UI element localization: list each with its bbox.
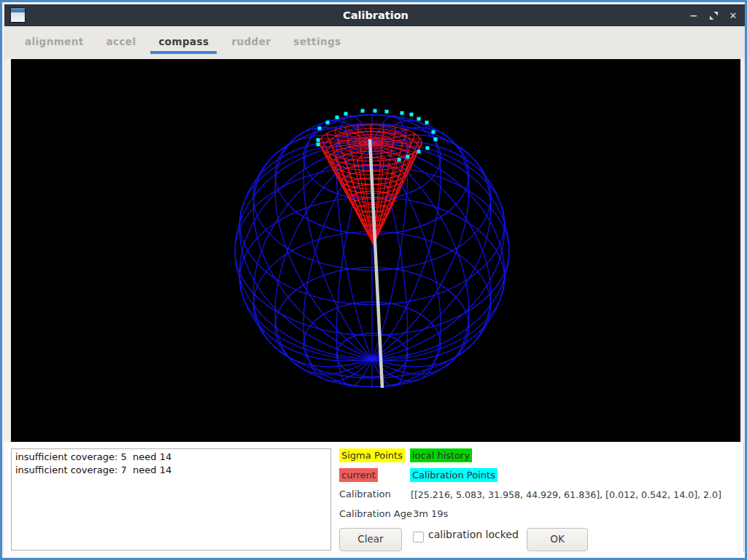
- legend-sigma-points: Sigma Points: [339, 448, 405, 462]
- tab-compass[interactable]: compass: [150, 29, 217, 54]
- window-controls: − ✕: [687, 4, 740, 26]
- close-icon: ✕: [729, 10, 738, 21]
- message-line: insufficient coverage: 7 need 14: [15, 464, 327, 477]
- calibration-window: Calibration − ✕ alignment accel compass …: [0, 0, 747, 560]
- minimize-button[interactable]: −: [687, 9, 700, 22]
- calibration-value: [[25.216, 5.083, 31.958, 44.929, 61.836]…: [411, 489, 721, 500]
- calibration-label: Calibration: [339, 489, 391, 499]
- legend-calibration-points: Calibration Points: [410, 468, 498, 482]
- calibration-locked-checkbox[interactable]: [413, 532, 424, 542]
- message-log[interactable]: insufficient coverage: 5 need 14 insuffi…: [11, 448, 331, 551]
- compass-3d-view[interactable]: [11, 59, 740, 442]
- ok-button[interactable]: OK: [527, 528, 588, 551]
- close-button[interactable]: ✕: [727, 9, 740, 22]
- calibration-age-label: Calibration Age: [339, 508, 412, 519]
- titlebar[interactable]: Calibration − ✕: [4, 4, 747, 26]
- tab-settings[interactable]: settings: [285, 29, 349, 54]
- tab-alignment[interactable]: alignment: [17, 29, 92, 54]
- message-line: insufficient coverage: 5 need 14: [15, 451, 327, 464]
- tab-rudder[interactable]: rudder: [223, 29, 279, 54]
- restore-button[interactable]: [707, 9, 720, 22]
- window-title: Calibration: [4, 4, 747, 26]
- restore-icon: [709, 11, 719, 20]
- tab-accel[interactable]: accel: [98, 29, 144, 54]
- legend-local-history: local history: [410, 448, 472, 462]
- panel-edge-groove: [743, 443, 744, 552]
- calibration-sphere-scene: [11, 59, 740, 442]
- legend-current: current: [339, 468, 378, 482]
- tab-bar: alignment accel compass rudder settings: [4, 26, 747, 58]
- minimize-icon: −: [690, 10, 698, 21]
- calibration-locked-label: calibration locked: [428, 529, 519, 540]
- calibration-age-value: 3m 19s: [413, 508, 448, 519]
- clear-button[interactable]: Clear: [339, 528, 402, 551]
